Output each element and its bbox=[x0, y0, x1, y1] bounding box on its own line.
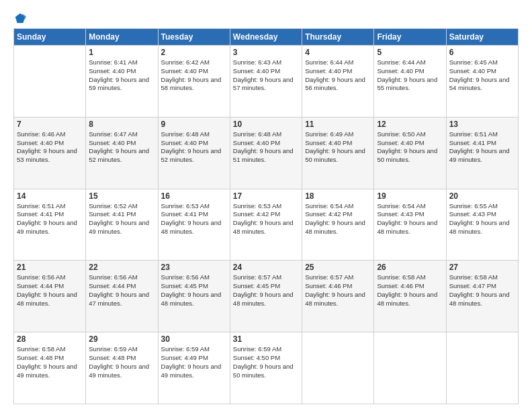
day-number: 6 bbox=[449, 48, 515, 57]
calendar-cell: 18Sunrise: 6:54 AMSunset: 4:42 PMDayligh… bbox=[302, 189, 374, 261]
day-number: 8 bbox=[89, 120, 154, 129]
logo bbox=[13, 12, 26, 24]
day-info: Sunrise: 6:53 AMSunset: 4:42 PMDaylight:… bbox=[233, 202, 299, 236]
day-info: Sunrise: 6:58 AMSunset: 4:47 PMDaylight:… bbox=[449, 273, 515, 308]
day-info: Sunrise: 6:46 AMSunset: 4:40 PMDaylight:… bbox=[17, 130, 83, 165]
calendar-cell: 29Sunrise: 6:59 AMSunset: 4:48 PMDayligh… bbox=[86, 332, 158, 404]
calendar-table: SundayMondayTuesdayWednesdayThursdayFrid… bbox=[13, 28, 519, 404]
calendar-cell: 31Sunrise: 6:59 AMSunset: 4:50 PMDayligh… bbox=[230, 332, 302, 404]
calendar-week-row: 14Sunrise: 6:51 AMSunset: 4:41 PMDayligh… bbox=[14, 189, 519, 261]
calendar-cell: 20Sunrise: 6:55 AMSunset: 4:43 PMDayligh… bbox=[446, 189, 518, 261]
weekday-header-cell: Thursday bbox=[302, 29, 374, 46]
calendar-cell: 22Sunrise: 6:56 AMSunset: 4:44 PMDayligh… bbox=[86, 261, 158, 332]
calendar-cell: 24Sunrise: 6:57 AMSunset: 4:45 PMDayligh… bbox=[230, 261, 302, 332]
day-info: Sunrise: 6:53 AMSunset: 4:41 PMDaylight:… bbox=[161, 202, 227, 236]
day-info: Sunrise: 6:59 AMSunset: 4:50 PMDaylight:… bbox=[233, 345, 299, 379]
calendar-cell: 12Sunrise: 6:50 AMSunset: 4:40 PMDayligh… bbox=[374, 117, 446, 189]
day-number: 13 bbox=[449, 120, 515, 129]
calendar-cell bbox=[14, 46, 86, 118]
calendar-cell: 21Sunrise: 6:56 AMSunset: 4:44 PMDayligh… bbox=[14, 261, 86, 332]
day-number: 10 bbox=[233, 120, 299, 129]
calendar-cell bbox=[374, 332, 446, 404]
day-number: 14 bbox=[17, 191, 83, 201]
day-number: 22 bbox=[89, 263, 154, 272]
weekday-header-cell: Friday bbox=[374, 29, 446, 46]
logo-flag-icon bbox=[14, 12, 26, 24]
day-info: Sunrise: 6:55 AMSunset: 4:43 PMDaylight:… bbox=[449, 202, 515, 236]
page: SundayMondayTuesdayWednesdayThursdayFrid… bbox=[0, 0, 532, 411]
day-number: 2 bbox=[161, 48, 227, 57]
day-number: 25 bbox=[305, 263, 371, 272]
day-number: 11 bbox=[305, 120, 371, 129]
day-info: Sunrise: 6:44 AMSunset: 4:40 PMDaylight:… bbox=[305, 58, 371, 93]
day-info: Sunrise: 6:56 AMSunset: 4:44 PMDaylight:… bbox=[17, 273, 83, 308]
calendar-cell: 11Sunrise: 6:49 AMSunset: 4:40 PMDayligh… bbox=[302, 117, 374, 189]
day-info: Sunrise: 6:56 AMSunset: 4:45 PMDaylight:… bbox=[161, 273, 227, 308]
weekday-header-row: SundayMondayTuesdayWednesdayThursdayFrid… bbox=[14, 29, 519, 46]
day-info: Sunrise: 6:51 AMSunset: 4:41 PMDaylight:… bbox=[449, 130, 515, 165]
day-number: 20 bbox=[449, 191, 515, 201]
day-info: Sunrise: 6:52 AMSunset: 4:41 PMDaylight:… bbox=[89, 202, 154, 236]
day-number: 23 bbox=[161, 263, 227, 272]
calendar-cell: 30Sunrise: 6:59 AMSunset: 4:49 PMDayligh… bbox=[158, 332, 230, 404]
calendar-cell: 1Sunrise: 6:41 AMSunset: 4:40 PMDaylight… bbox=[86, 46, 158, 118]
day-info: Sunrise: 6:49 AMSunset: 4:40 PMDaylight:… bbox=[305, 130, 371, 165]
weekday-header-cell: Sunday bbox=[14, 29, 86, 46]
day-info: Sunrise: 6:59 AMSunset: 4:49 PMDaylight:… bbox=[161, 345, 227, 379]
weekday-header-cell: Tuesday bbox=[158, 29, 230, 46]
day-number: 4 bbox=[305, 48, 371, 57]
calendar-cell: 23Sunrise: 6:56 AMSunset: 4:45 PMDayligh… bbox=[158, 261, 230, 332]
day-number: 1 bbox=[89, 48, 154, 57]
day-info: Sunrise: 6:44 AMSunset: 4:40 PMDaylight:… bbox=[377, 58, 443, 93]
day-number: 12 bbox=[377, 120, 443, 129]
day-number: 26 bbox=[377, 263, 443, 272]
calendar-cell: 14Sunrise: 6:51 AMSunset: 4:41 PMDayligh… bbox=[14, 189, 86, 261]
calendar-cell: 27Sunrise: 6:58 AMSunset: 4:47 PMDayligh… bbox=[446, 261, 518, 332]
day-info: Sunrise: 6:47 AMSunset: 4:40 PMDaylight:… bbox=[89, 130, 154, 165]
calendar-cell bbox=[446, 332, 518, 404]
day-number: 30 bbox=[161, 334, 227, 344]
day-info: Sunrise: 6:50 AMSunset: 4:40 PMDaylight:… bbox=[377, 130, 443, 165]
day-info: Sunrise: 6:42 AMSunset: 4:40 PMDaylight:… bbox=[161, 58, 227, 93]
calendar-cell: 19Sunrise: 6:54 AMSunset: 4:43 PMDayligh… bbox=[374, 189, 446, 261]
day-info: Sunrise: 6:43 AMSunset: 4:40 PMDaylight:… bbox=[233, 58, 299, 93]
day-number: 31 bbox=[233, 334, 299, 344]
calendar-week-row: 1Sunrise: 6:41 AMSunset: 4:40 PMDaylight… bbox=[14, 46, 519, 118]
day-number: 9 bbox=[161, 120, 227, 129]
calendar-cell: 13Sunrise: 6:51 AMSunset: 4:41 PMDayligh… bbox=[446, 117, 518, 189]
day-info: Sunrise: 6:45 AMSunset: 4:40 PMDaylight:… bbox=[449, 58, 515, 93]
day-info: Sunrise: 6:48 AMSunset: 4:40 PMDaylight:… bbox=[161, 130, 227, 165]
day-number: 19 bbox=[377, 191, 443, 201]
day-info: Sunrise: 6:41 AMSunset: 4:40 PMDaylight:… bbox=[89, 58, 154, 93]
day-info: Sunrise: 6:57 AMSunset: 4:46 PMDaylight:… bbox=[305, 273, 371, 308]
day-info: Sunrise: 6:54 AMSunset: 4:43 PMDaylight:… bbox=[377, 202, 443, 236]
calendar-week-row: 28Sunrise: 6:58 AMSunset: 4:48 PMDayligh… bbox=[14, 332, 519, 404]
day-info: Sunrise: 6:48 AMSunset: 4:40 PMDaylight:… bbox=[233, 130, 299, 165]
calendar-cell: 15Sunrise: 6:52 AMSunset: 4:41 PMDayligh… bbox=[86, 189, 158, 261]
calendar-week-row: 21Sunrise: 6:56 AMSunset: 4:44 PMDayligh… bbox=[14, 261, 519, 332]
day-info: Sunrise: 6:58 AMSunset: 4:46 PMDaylight:… bbox=[377, 273, 443, 308]
day-number: 5 bbox=[377, 48, 443, 57]
weekday-header-cell: Wednesday bbox=[230, 29, 302, 46]
day-number: 17 bbox=[233, 191, 299, 201]
day-info: Sunrise: 6:51 AMSunset: 4:41 PMDaylight:… bbox=[17, 202, 83, 236]
calendar-week-row: 7Sunrise: 6:46 AMSunset: 4:40 PMDaylight… bbox=[14, 117, 519, 189]
weekday-header-cell: Saturday bbox=[446, 29, 518, 46]
day-info: Sunrise: 6:56 AMSunset: 4:44 PMDaylight:… bbox=[89, 273, 154, 308]
calendar-cell: 2Sunrise: 6:42 AMSunset: 4:40 PMDaylight… bbox=[158, 46, 230, 118]
day-info: Sunrise: 6:57 AMSunset: 4:45 PMDaylight:… bbox=[233, 273, 299, 308]
calendar-cell: 6Sunrise: 6:45 AMSunset: 4:40 PMDaylight… bbox=[446, 46, 518, 118]
calendar-cell: 7Sunrise: 6:46 AMSunset: 4:40 PMDaylight… bbox=[14, 117, 86, 189]
calendar-cell: 26Sunrise: 6:58 AMSunset: 4:46 PMDayligh… bbox=[374, 261, 446, 332]
day-number: 3 bbox=[233, 48, 299, 57]
day-info: Sunrise: 6:59 AMSunset: 4:48 PMDaylight:… bbox=[89, 345, 154, 379]
calendar-cell: 3Sunrise: 6:43 AMSunset: 4:40 PMDaylight… bbox=[230, 46, 302, 118]
calendar-cell: 25Sunrise: 6:57 AMSunset: 4:46 PMDayligh… bbox=[302, 261, 374, 332]
calendar-cell bbox=[302, 332, 374, 404]
calendar-cell: 10Sunrise: 6:48 AMSunset: 4:40 PMDayligh… bbox=[230, 117, 302, 189]
day-number: 18 bbox=[305, 191, 371, 201]
day-number: 16 bbox=[161, 191, 227, 201]
calendar-cell: 16Sunrise: 6:53 AMSunset: 4:41 PMDayligh… bbox=[158, 189, 230, 261]
calendar-cell: 4Sunrise: 6:44 AMSunset: 4:40 PMDaylight… bbox=[302, 46, 374, 118]
calendar-cell: 28Sunrise: 6:58 AMSunset: 4:48 PMDayligh… bbox=[14, 332, 86, 404]
